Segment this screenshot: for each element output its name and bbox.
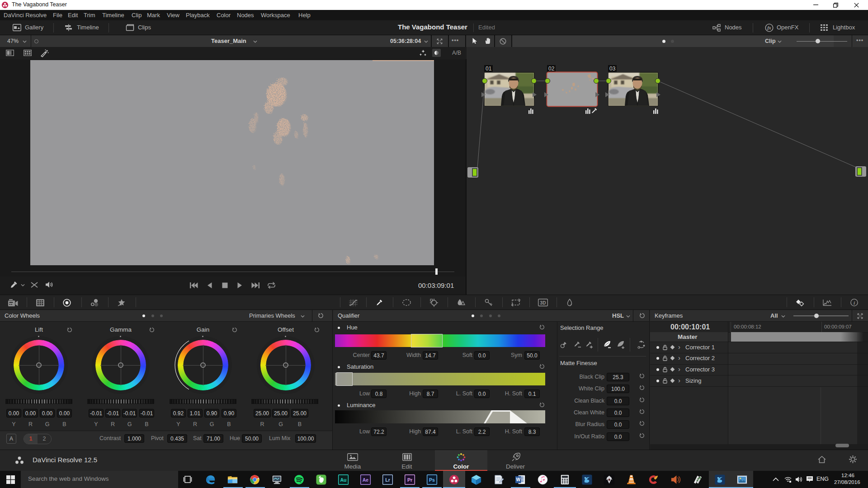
svg-text:i: i	[854, 300, 855, 305]
svg-text:Pr: Pr	[407, 477, 412, 483]
svg-text:Lr: Lr	[385, 477, 390, 483]
svg-text:W: W	[516, 477, 520, 482]
svg-text:3D: 3D	[540, 300, 546, 305]
svg-text:Ps: Ps	[429, 477, 435, 483]
svg-text:Au: Au	[340, 477, 346, 483]
svg-text:01: 01	[486, 66, 492, 72]
svg-text:03: 03	[609, 66, 616, 72]
svg-text:Ae: Ae	[363, 477, 369, 483]
svg-text:02: 02	[548, 66, 555, 72]
svg-text:fx: fx	[768, 26, 771, 30]
